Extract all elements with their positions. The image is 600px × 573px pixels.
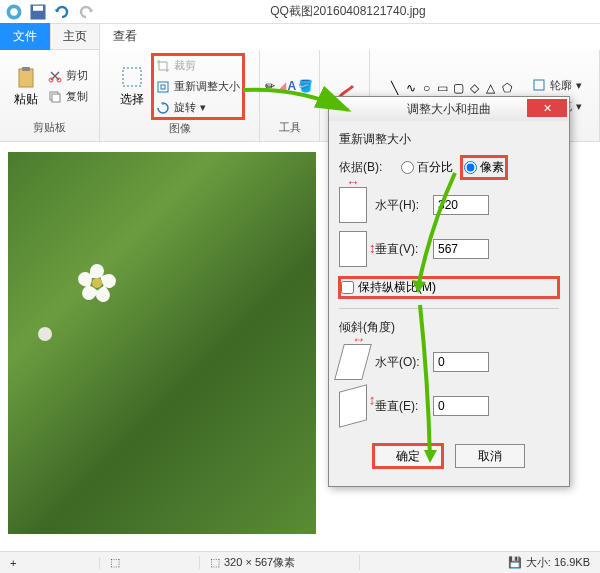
window-title: QQ截图20160408121740.jpg — [96, 3, 600, 20]
save-icon[interactable] — [28, 2, 48, 22]
vertical-icon: ↔ — [339, 231, 367, 267]
dialog-title: 调整大小和扭曲 — [407, 101, 491, 118]
app-icon — [4, 2, 24, 22]
rotate-button[interactable]: 旋转 ▾ — [154, 98, 242, 117]
text-icon[interactable]: A — [288, 79, 297, 93]
svg-rect-3 — [33, 5, 43, 10]
outline-button[interactable]: 轮廓 ▾ — [530, 76, 584, 95]
dimensions: 320 × 567像素 — [224, 555, 295, 570]
pencil-icon[interactable]: ✏ — [265, 79, 275, 93]
ok-button[interactable]: 确定 — [373, 444, 443, 468]
select-label: 选择 — [120, 91, 144, 108]
image-group-label: 图像 — [169, 119, 191, 138]
titlebar: QQ截图20160408121740.jpg — [0, 0, 600, 24]
tools-group-label: 工具 — [279, 118, 301, 137]
eraser-icon[interactable]: ◢ — [277, 79, 286, 93]
undo-icon[interactable] — [52, 2, 72, 22]
skew-v-icon: ↔ — [339, 384, 367, 428]
svg-rect-11 — [158, 82, 168, 92]
paste-label: 粘贴 — [14, 91, 38, 108]
tab-home[interactable]: 主页 — [50, 23, 100, 50]
skew-h-label: 水平(O): — [375, 354, 425, 371]
fill-icon[interactable]: 🪣 — [298, 79, 313, 93]
dialog-titlebar: 调整大小和扭曲 ✕ — [329, 97, 569, 121]
horizontal-label: 水平(H): — [375, 197, 425, 214]
canvas[interactable] — [8, 152, 316, 534]
vertical-input[interactable] — [433, 239, 489, 259]
svg-rect-9 — [52, 94, 60, 102]
clipboard-group-label: 剪贴板 — [33, 118, 66, 137]
radio-pixels[interactable]: 像素 — [461, 156, 507, 179]
skew-h-icon: ↔ — [334, 344, 372, 380]
dims-icon: ⬚ — [210, 556, 220, 569]
disk-icon: 💾 — [508, 556, 522, 569]
resize-button[interactable]: 重新调整大小 — [154, 77, 242, 96]
crop-button[interactable]: 裁剪 — [154, 56, 242, 75]
svg-rect-4 — [19, 69, 33, 87]
svg-rect-14 — [534, 80, 544, 90]
cut-button[interactable]: 剪切 — [46, 66, 90, 85]
resize-dialog: 调整大小和扭曲 ✕ 重新调整大小 依据(B): 百分比 像素 ↔ 水平(H): … — [328, 96, 570, 487]
radio-percent[interactable]: 百分比 — [401, 159, 453, 176]
svg-rect-12 — [161, 85, 165, 89]
redo-icon[interactable] — [76, 2, 96, 22]
selection-icon: ⬚ — [110, 556, 120, 569]
copy-button[interactable]: 复制 — [46, 87, 90, 106]
skew-v-label: 垂直(E): — [375, 398, 425, 415]
filesize: 大小: 16.9KB — [526, 555, 590, 570]
svg-rect-5 — [22, 67, 30, 71]
select-button[interactable]: 选择 — [116, 61, 148, 112]
skew-v-input[interactable] — [433, 396, 489, 416]
vertical-label: 垂直(V): — [375, 241, 425, 258]
close-button[interactable]: ✕ — [527, 99, 567, 117]
svg-rect-10 — [123, 68, 141, 86]
aspect-ratio-checkbox[interactable]: 保持纵横比(M) — [339, 277, 559, 298]
tab-view[interactable]: 查看 — [100, 23, 150, 50]
cursor-indicator: + — [10, 557, 16, 569]
skew-section-label: 倾斜(角度) — [339, 319, 559, 336]
paste-button[interactable]: 粘贴 — [10, 61, 42, 112]
flower-bud — [38, 327, 52, 341]
horizontal-input[interactable] — [433, 195, 489, 215]
statusbar: + ⬚ ⬚ 320 × 567像素 💾 大小: 16.9KB — [0, 551, 600, 573]
skew-h-input[interactable] — [433, 352, 489, 372]
horizontal-icon: ↔ — [339, 187, 367, 223]
resize-section-label: 重新调整大小 — [339, 131, 559, 148]
cancel-button[interactable]: 取消 — [455, 444, 525, 468]
tab-bar: 文件 主页 查看 — [0, 24, 600, 50]
svg-point-1 — [10, 8, 18, 16]
tab-file[interactable]: 文件 — [0, 23, 50, 50]
